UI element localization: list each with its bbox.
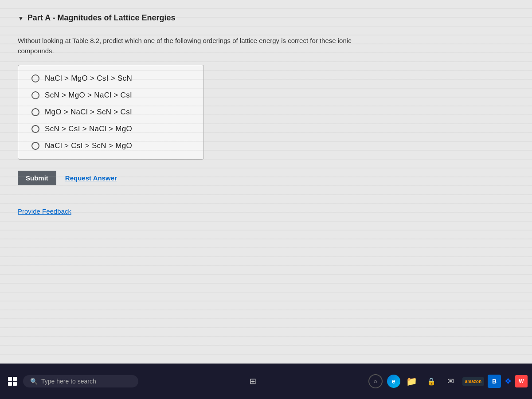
taskbar-system-icons: ○ e 📁 🔒 ✉ amazon B ❖ W [368,373,528,389]
amazon-icon[interactable]: amazon [462,377,484,386]
mail-icon[interactable]: ✉ [443,373,459,389]
radio-option-5[interactable] [31,142,39,150]
collapse-arrow-icon[interactable]: ▼ [18,15,24,22]
submit-button[interactable]: Submit [18,171,56,185]
provide-feedback-link[interactable]: Provide Feedback [18,207,71,215]
option-row-5[interactable]: NaCl > CsI > ScN > MgO [31,141,190,150]
b-app-icon[interactable]: B [488,375,501,388]
option-row-3[interactable]: MgO > NaCl > ScN > CsI [31,108,190,117]
radio-option-1[interactable] [31,74,39,82]
option-row-1[interactable]: NaCl > MgO > CsI > ScN [31,74,190,83]
options-box: NaCl > MgO > CsI > ScN ScN > MgO > NaCl … [18,65,204,160]
dropbox-icon[interactable]: ❖ [505,376,512,386]
option-row-4[interactable]: ScN > CsI > NaCl > MgO [31,125,190,133]
part-title: Part A - Magnitudes of Lattice Energies [27,13,176,23]
option-text-1: NaCl > MgO > CsI > ScN [45,74,132,83]
option-row-2[interactable]: ScN > MgO > NaCl > CsI [31,91,190,100]
taskbar-search-bar[interactable]: 🔍 Type here to search [23,375,138,387]
search-placeholder-text: Type here to search [41,378,96,385]
taskbar: 🔍 Type here to search ⊞ ○ e 📁 🔒 ✉ amazon… [0,364,532,399]
taskbar-center: ⊞ [141,375,365,388]
task-view-icon[interactable]: ⊞ [246,375,260,388]
main-content: ▼ Part A - Magnitudes of Lattice Energie… [0,0,532,364]
option-text-5: NaCl > CsI > ScN > MgO [45,141,132,150]
action-row: Submit Request Answer [18,171,514,185]
radio-option-2[interactable] [31,91,39,99]
search-icon: 🔍 [30,378,38,385]
option-text-3: MgO > NaCl > ScN > CsI [45,108,132,117]
windows-logo-icon [8,377,17,386]
radio-option-3[interactable] [31,108,39,116]
part-header: ▼ Part A - Magnitudes of Lattice Energie… [18,13,514,23]
request-answer-link[interactable]: Request Answer [65,174,117,182]
folder-icon[interactable]: 📁 [404,373,420,389]
edge-browser-icon[interactable]: e [387,375,400,388]
lock-icon[interactable]: 🔒 [423,373,439,389]
question-text: Without looking at Table 8.2, predict wh… [18,36,372,56]
w-app-icon[interactable]: W [515,375,528,387]
start-button[interactable] [4,373,20,389]
option-text-4: ScN > CsI > NaCl > MgO [45,125,132,133]
option-text-2: ScN > MgO > NaCl > CsI [45,91,132,100]
radio-option-4[interactable] [31,125,39,133]
cortana-circle-icon[interactable]: ○ [368,373,383,389]
cortana-button[interactable]: ○ [368,374,383,388]
